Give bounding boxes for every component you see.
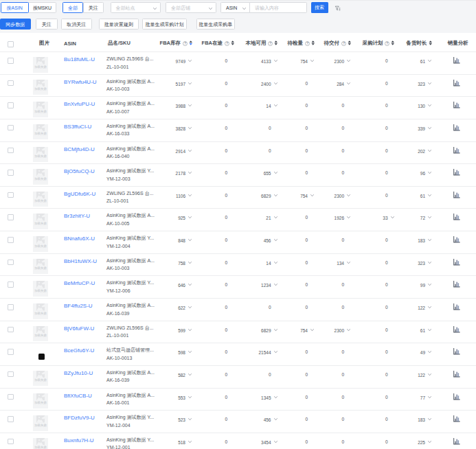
svg-text:?: ? xyxy=(306,42,308,45)
svg-text:?: ? xyxy=(386,42,388,45)
svg-text:?: ? xyxy=(269,42,271,45)
svg-text:?: ? xyxy=(184,42,186,45)
svg-text:?: ? xyxy=(343,42,345,45)
svg-text:?: ? xyxy=(226,42,228,45)
